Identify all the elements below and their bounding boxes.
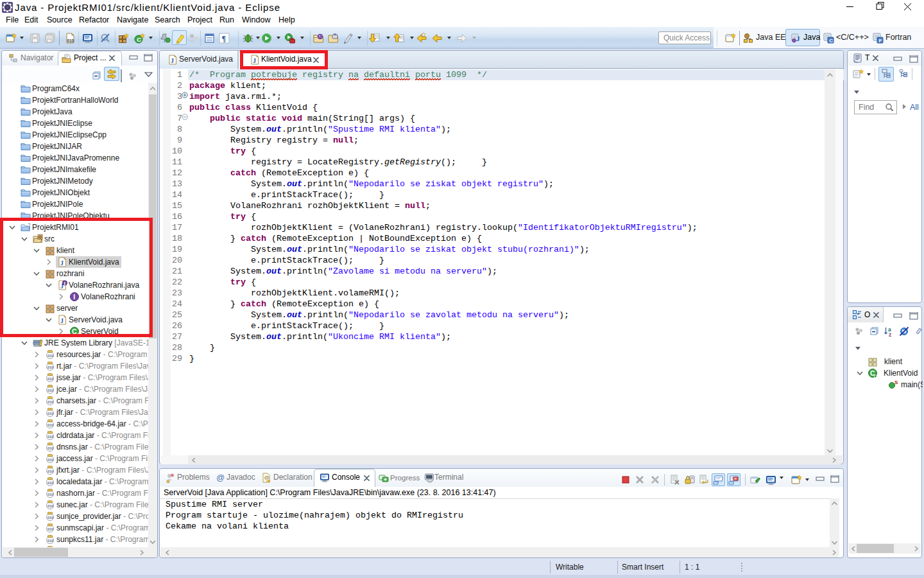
svg-text:010: 010 — [67, 39, 74, 43]
svg-text:010: 010 — [47, 539, 53, 543]
svg-text:010: 010 — [47, 377, 53, 381]
svg-text:C: C — [137, 36, 141, 43]
svg-text:J: J — [171, 57, 174, 64]
svg-text:010: 010 — [47, 435, 53, 439]
svg-text:010: 010 — [47, 493, 53, 496]
svg-text:z: z — [889, 331, 891, 337]
svg-text:010: 010 — [47, 354, 53, 358]
svg-text:S: S — [894, 380, 898, 385]
svg-text:010: 010 — [47, 516, 53, 520]
svg-text:010: 010 — [47, 365, 53, 369]
svg-text:010: 010 — [47, 412, 53, 416]
svg-text:J: J — [796, 35, 800, 42]
svg-text:010: 010 — [47, 504, 53, 508]
svg-text:¶: ¶ — [222, 34, 226, 43]
svg-text:010: 010 — [47, 400, 53, 404]
svg-text:C: C — [829, 38, 833, 44]
svg-text:010: 010 — [47, 446, 53, 450]
svg-text:010: 010 — [47, 469, 53, 473]
svg-text:010: 010 — [47, 423, 53, 427]
svg-text:F: F — [878, 38, 882, 44]
svg-text:010: 010 — [47, 389, 53, 392]
svg-text:010: 010 — [47, 527, 53, 531]
svg-text:010: 010 — [47, 458, 53, 462]
svg-text:010: 010 — [47, 481, 53, 485]
